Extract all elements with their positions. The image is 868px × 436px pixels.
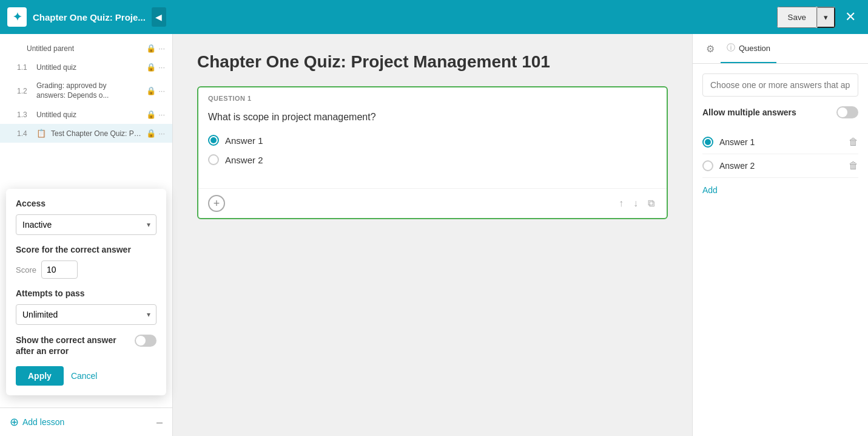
duplicate-button[interactable]: ⧉ [645, 196, 657, 211]
answer-option-1[interactable]: Answer 1 [208, 135, 657, 146]
access-select-wrapper: Inactive Active ▾ [16, 214, 156, 235]
collapse-icon: ◀ [155, 12, 162, 22]
attempts-label: Attempts to pass [16, 288, 156, 298]
question-type-input[interactable] [702, 73, 858, 97]
collapse-lesson-icon[interactable]: – [156, 416, 163, 429]
right-panel-tabs: ⚙ ⓘ Question [693, 34, 868, 64]
lock-icon: 🔒 [146, 86, 156, 95]
collapse-button[interactable]: ◀ [152, 7, 166, 27]
right-answer-left-2: Answer 2 [702, 160, 755, 171]
sidebar-item-icons: 🔒 ··· [146, 86, 165, 95]
sidebar-item-num: 1.3 [17, 111, 32, 119]
right-answer-radio-1[interactable] [702, 137, 713, 148]
sidebar-item-icons: 🔒 ··· [146, 110, 165, 119]
sidebar-item-icons: 🔒 ··· [146, 44, 165, 53]
dots-icon[interactable]: ··· [158, 44, 165, 53]
allow-multiple-label: Allow multiple answers [702, 107, 796, 117]
save-button-group: Save ▾ [777, 7, 835, 28]
sidebar-item-title: Untitled quiz [36, 63, 141, 72]
sidebar-item-icons: 🔒 ··· [146, 63, 165, 72]
dots-icon[interactable]: ··· [158, 63, 165, 72]
show-correct-label: Show the correct answer after an error [16, 335, 129, 356]
sidebar-item-title: Untitled quiz [36, 111, 141, 119]
dots-icon[interactable]: ··· [158, 129, 165, 138]
sidebar-item-title: Untitled parent [27, 44, 141, 53]
right-answer-item-1: Answer 1 🗑 [702, 131, 858, 154]
add-lesson-label: Add lesson [22, 417, 64, 427]
sidebar-item-1-3[interactable]: 1.3 Untitled quiz 🔒 ··· [0, 105, 172, 124]
question-label: QUESTION 1 [198, 87, 667, 102]
lock-icon: 🔒 [146, 63, 156, 72]
dots-icon[interactable]: ··· [158, 110, 165, 119]
item-type-icon: 📋 [36, 129, 46, 138]
sidebar-item-parent[interactable]: Untitled parent 🔒 ··· [0, 39, 172, 58]
main-layout: Untitled parent 🔒 ··· 1.1 Untitled quiz … [0, 34, 868, 436]
sidebar-footer[interactable]: ⊕ Add lesson – [0, 407, 172, 436]
sidebar-item-1-2[interactable]: 1.2 Grading: approved byanswers: Depends… [0, 77, 172, 105]
sidebar-item-1-1[interactable]: 1.1 Untitled quiz 🔒 ··· [0, 58, 172, 77]
allow-multiple-row: Allow multiple answers [702, 106, 858, 118]
move-down-button[interactable]: ↓ [631, 196, 641, 211]
answer-text-2: Answer 2 [225, 155, 263, 165]
add-question-button[interactable]: + [208, 195, 225, 212]
answer-radio-2[interactable] [208, 154, 219, 165]
access-select[interactable]: Inactive Active [16, 214, 156, 235]
apply-button[interactable]: Apply [16, 366, 64, 386]
plus-icon: + [214, 197, 220, 210]
right-panel-body: Allow multiple answers Answer 1 🗑 [693, 64, 868, 436]
lock-icon: 🔒 [146, 110, 156, 119]
toggle-knob [136, 336, 146, 346]
question-text: What is scope in project management? [208, 112, 657, 123]
tab-question-label: Question [739, 44, 770, 53]
quiz-title: Chapter One Quiz: Project Management 101 [197, 52, 668, 72]
cancel-button[interactable]: Cancel [71, 371, 98, 381]
show-correct-row: Show the correct answer after an error [16, 335, 156, 356]
close-button[interactable]: ✕ [840, 7, 861, 27]
right-answer-radio-2[interactable] [702, 160, 713, 171]
sidebar-item-num: 1.2 [17, 87, 32, 95]
score-label: Score for the correct answer [16, 245, 156, 254]
sidebar: Untitled parent 🔒 ··· 1.1 Untitled quiz … [0, 34, 173, 436]
show-correct-toggle[interactable] [135, 335, 156, 347]
attempts-select[interactable]: Unlimited 1 2 3 [16, 304, 156, 325]
question-controls: ↑ ↓ ⧉ [616, 196, 657, 211]
tab-tools[interactable]: ⚙ [700, 35, 721, 63]
topbar-right: Save ▾ ✕ [777, 7, 861, 28]
tools-icon: ⚙ [706, 43, 715, 55]
sidebar-item-1-4[interactable]: 1.4 📋 Test Chapter One Quiz: Project Man… [0, 124, 172, 143]
topbar-title: Chapter One Quiz: Proje... [33, 12, 146, 22]
access-popup: Access Inactive Active ▾ Score for the c… [6, 189, 166, 395]
add-lesson-button[interactable]: ⊕ Add lesson [10, 415, 64, 429]
score-input[interactable] [41, 261, 78, 279]
right-answers: Answer 1 🗑 Answer 2 🗑 [702, 131, 858, 178]
toggle-knob [838, 107, 847, 117]
score-row: Score [16, 261, 156, 279]
access-label: Access [16, 199, 156, 208]
delete-answer-2-button[interactable]: 🗑 [849, 160, 858, 171]
sidebar-item-num: 1.4 [17, 129, 32, 138]
question-icon: ⓘ [727, 43, 735, 53]
dots-icon[interactable]: ··· [158, 86, 165, 95]
right-answer-text-2: Answer 2 [719, 161, 755, 171]
lock-icon: 🔒 [146, 44, 156, 53]
sidebar-item-num: 1.1 [17, 63, 32, 72]
allow-multiple-toggle[interactable] [836, 106, 858, 118]
lock-icon: 🔒 [146, 129, 156, 138]
answer-option-2[interactable]: Answer 2 [208, 154, 657, 165]
answer-radio-1[interactable] [208, 135, 219, 146]
answer-text-1: Answer 1 [225, 135, 263, 146]
sidebar-item-icons: 🔒 ··· [146, 129, 165, 138]
move-up-button[interactable]: ↑ [616, 196, 626, 211]
tab-question[interactable]: ⓘ Question [721, 34, 776, 63]
sidebar-item-title: Test Chapter One Quiz: Project Managem..… [51, 129, 141, 138]
question-actions: + ↑ ↓ ⧉ [198, 188, 667, 218]
save-button[interactable]: Save [777, 7, 817, 28]
logo: ✦ [7, 7, 27, 27]
right-answer-text-1: Answer 1 [719, 137, 755, 147]
logo-symbol: ✦ [13, 10, 22, 24]
right-panel: ⚙ ⓘ Question Allow multiple answers [692, 34, 868, 436]
add-answer-button[interactable]: Add [702, 185, 858, 195]
save-dropdown-button[interactable]: ▾ [817, 7, 835, 28]
topbar-left: ✦ Chapter One Quiz: Proje... ◀ [7, 7, 166, 27]
delete-answer-1-button[interactable]: 🗑 [849, 137, 858, 148]
